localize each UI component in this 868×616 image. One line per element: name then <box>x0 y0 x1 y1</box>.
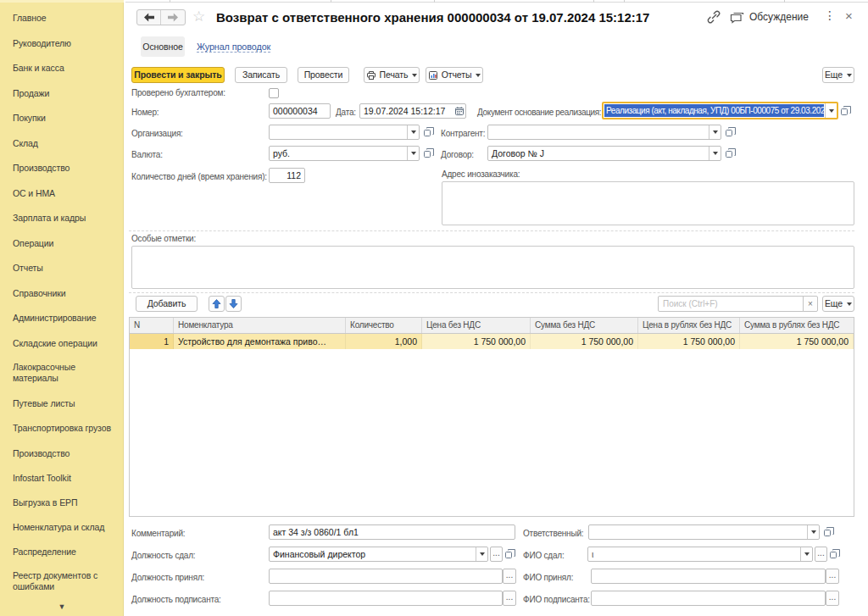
sidebar-item-proizvodstvo-2[interactable]: Производство <box>13 448 120 459</box>
sidebar-item-transportirovka[interactable]: Транспортировка грузов <box>13 423 120 434</box>
basis-open-icon[interactable] <box>840 105 853 117</box>
sidebar-item-zarplata-i-kadry[interactable]: Зарплата и кадры <box>13 213 120 224</box>
sidebar-item-os-i-nma[interactable]: ОС и НМА <box>13 188 120 199</box>
contract-combo[interactable]: Договор № J <box>487 146 721 161</box>
currency-dropdown-icon[interactable] <box>407 147 419 160</box>
position-gave-dots-button[interactable]: ... <box>490 547 503 562</box>
counterparty-combo[interactable] <box>487 125 721 140</box>
comment-input[interactable]: акт 34 з/з 0860/1 бл1 <box>269 524 515 540</box>
contract-dropdown-icon[interactable] <box>709 147 721 160</box>
forward-button[interactable] <box>161 10 185 25</box>
position-gave-combo[interactable]: Финансовый директор <box>269 547 488 562</box>
col-header-cena-v-rublyah[interactable]: Цена в рублях без НДС <box>638 318 740 333</box>
sidebar-item-glavnoe[interactable]: Главное <box>13 13 120 24</box>
position-gave-open-icon[interactable] <box>504 548 517 560</box>
favorite-star-icon[interactable]: ☆ <box>192 8 205 25</box>
position-gave-dropdown-icon[interactable] <box>476 547 487 561</box>
add-row-button[interactable]: Добавить <box>136 296 198 312</box>
position-took-dots-button[interactable]: ... <box>503 569 516 584</box>
cell-cena-bez-nds[interactable]: 1 750 000,00 <box>422 334 531 349</box>
table-more-button[interactable]: Еще <box>822 296 854 312</box>
table-row[interactable]: 1 Устройство для демонтажа приво… 1,000 … <box>130 334 854 349</box>
sidebar-item-reestr-dokumentov[interactable]: Реестр документов с ошибками <box>13 570 120 592</box>
sidebar-item-administrirovanie[interactable]: Администрирование <box>13 313 120 324</box>
sidebar-item-nomenklatura-sklad[interactable]: Номенклатура и склад <box>13 522 120 533</box>
fio-took-input[interactable] <box>591 569 826 584</box>
form-more-button[interactable]: Еще <box>822 67 854 83</box>
special-notes-textarea[interactable] <box>131 246 854 289</box>
discussion-label[interactable]: Обсуждение <box>749 11 809 23</box>
checked-by-accountant-checkbox[interactable] <box>269 88 279 98</box>
sidebar-item-skladskie-operacii[interactable]: Складские операции <box>13 338 120 349</box>
responsible-dropdown-icon[interactable] <box>807 525 819 539</box>
foreign-customer-address-textarea[interactable] <box>442 181 854 225</box>
sidebar-item-proizvodstvo[interactable]: Производство <box>13 163 120 174</box>
cell-summa-bez-nds[interactable]: 1 750 000,00 <box>531 334 638 349</box>
date-input[interactable]: 19.07.2024 15:12:17 <box>359 103 466 119</box>
sidebar-item-lakokrasochnye[interactable]: Лакокрасочные материалы <box>13 362 120 384</box>
sidebar-item-vygruzka-v-erp[interactable]: Выгрузка в ЕРП <box>13 497 120 508</box>
back-button[interactable] <box>137 10 161 25</box>
organization-dropdown-icon[interactable] <box>407 125 419 139</box>
print-button[interactable]: Печать <box>364 67 420 83</box>
move-row-down-button[interactable] <box>225 296 242 312</box>
sidebar-item-raspredelenie[interactable]: Распределение <box>13 547 120 558</box>
sidebar-item-putevye-listy[interactable]: Путевые листы <box>13 398 120 409</box>
col-header-cena-bez-nds[interactable]: Цена без НДС <box>422 318 531 333</box>
search-clear-icon[interactable]: × <box>803 296 818 312</box>
responsible-open-icon[interactable] <box>823 526 836 538</box>
basis-dropdown-icon[interactable] <box>825 103 837 118</box>
position-signer-dots-button[interactable]: ... <box>503 591 516 606</box>
currency-open-icon[interactable] <box>423 147 436 159</box>
col-header-summa-v-rublyah[interactable]: Сумма в рублях без НДС <box>740 318 854 333</box>
close-icon[interactable]: × <box>845 8 853 23</box>
cell-kolichestvo[interactable]: 1,000 <box>346 334 422 349</box>
contract-open-icon[interactable] <box>725 147 737 159</box>
move-row-up-button[interactable] <box>209 296 225 312</box>
col-header-nomenklatura[interactable]: Номенклатура <box>174 318 346 333</box>
organization-open-icon[interactable] <box>423 126 436 138</box>
responsible-combo[interactable] <box>588 524 820 540</box>
discussion-icon[interactable] <box>730 10 744 24</box>
write-button[interactable]: Записать <box>235 67 287 83</box>
fio-took-dots-button[interactable]: ... <box>826 569 839 584</box>
sidebar-more-arrow[interactable]: ▼ <box>0 602 124 611</box>
fio-signer-dots-button[interactable]: ... <box>826 591 839 606</box>
col-header-n[interactable]: N <box>130 318 174 333</box>
col-header-summa-bez-nds[interactable]: Сумма без НДС <box>531 318 638 333</box>
fio-gave-dots-button[interactable]: ... <box>815 547 827 562</box>
reports-button[interactable]: Отчеты <box>426 67 483 83</box>
counterparty-dropdown-icon[interactable] <box>709 125 721 139</box>
cell-row-number[interactable]: 1 <box>130 334 174 349</box>
tab-osnovnoe[interactable]: Основное <box>141 36 185 57</box>
sidebar-item-bank-i-kassa[interactable]: Банк и касса <box>13 63 120 74</box>
col-header-kolichestvo[interactable]: Количество <box>346 318 422 333</box>
organization-combo[interactable] <box>269 125 420 140</box>
fio-gave-open-icon[interactable] <box>829 548 842 560</box>
fio-gave-dropdown-icon[interactable] <box>800 547 812 561</box>
sidebar-item-pokupki[interactable]: Покупки <box>13 113 120 124</box>
counterparty-open-icon[interactable] <box>725 126 737 138</box>
calendar-icon[interactable] <box>454 106 465 116</box>
currency-combo[interactable]: руб. <box>269 146 420 161</box>
post-and-close-button[interactable]: Провести и закрыть <box>131 67 225 83</box>
sidebar-item-sklad[interactable]: Склад <box>13 138 120 149</box>
kebab-menu-icon[interactable]: ⋮ <box>824 8 836 22</box>
sidebar-item-infostart-toolkit[interactable]: Infostart Toolkit <box>13 473 120 484</box>
cell-nomenklatura[interactable]: Устройство для демонтажа приво… <box>174 334 346 349</box>
number-input[interactable]: 000000034 <box>269 103 331 119</box>
sidebar-item-operacii[interactable]: Операции <box>13 238 120 249</box>
cell-cena-v-rublyah[interactable]: 1 750 000,00 <box>638 334 740 349</box>
search-input[interactable]: Поиск (Ctrl+F) <box>658 296 804 312</box>
position-took-input[interactable] <box>269 569 503 584</box>
tab-zhurnal-provodok[interactable]: Журнал проводок <box>197 42 270 53</box>
basis-document-field[interactable]: Реализация (акт, накладная, УПД) 00БП-00… <box>602 102 838 119</box>
fio-gave-combo[interactable]: ι <box>587 547 813 562</box>
position-signer-input[interactable] <box>269 591 503 606</box>
sidebar-item-rukovoditelyu[interactable]: Руководителю <box>13 38 120 49</box>
cell-summa-v-rublyah[interactable]: 1 750 000,00 <box>740 334 854 349</box>
fio-signer-input[interactable] <box>591 591 826 606</box>
sidebar-item-otchety[interactable]: Отчеты <box>13 263 120 274</box>
post-button[interactable]: Провести <box>298 67 349 83</box>
link-icon[interactable] <box>706 9 721 25</box>
